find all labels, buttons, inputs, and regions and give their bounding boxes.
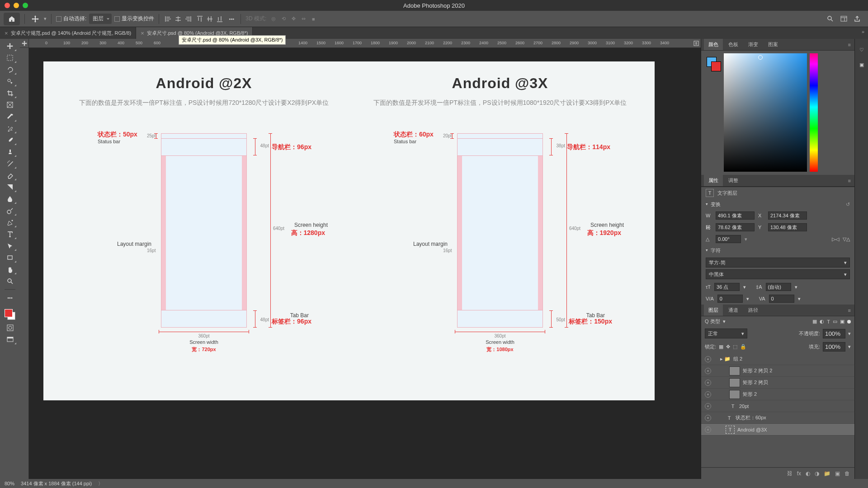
close-tab-icon[interactable]: × [5, 30, 8, 37]
link-layers-icon[interactable]: ⛓ [787, 470, 793, 477]
vertical-ruler[interactable] [20, 48, 29, 479]
tab-properties[interactable]: 属性 [704, 175, 723, 186]
layer-row[interactable]: 矩形 2 拷贝 [701, 377, 854, 389]
share-icon[interactable] [853, 14, 862, 23]
fullscreen-window-icon[interactable] [23, 3, 28, 8]
more-align-icon[interactable]: ••• [227, 14, 236, 23]
visibility-toggle[interactable] [705, 427, 711, 433]
angle-input[interactable] [716, 235, 741, 243]
opacity-input[interactable] [823, 329, 845, 338]
visibility-toggle[interactable] [705, 403, 711, 409]
dodge-tool[interactable] [3, 205, 17, 216]
visibility-toggle[interactable] [705, 368, 711, 374]
fg-bg-swatch[interactable] [707, 57, 717, 67]
width-input[interactable] [716, 211, 755, 220]
show-transform-checkbox[interactable]: 显示变换控件 [114, 15, 154, 23]
pen-tool[interactable] [3, 217, 17, 228]
layer-row[interactable]: T20pt [701, 400, 854, 412]
lock-artboard-icon[interactable]: ⬚ [733, 344, 737, 350]
lasso-tool[interactable] [3, 64, 17, 75]
auto-select-target[interactable]: 图层 [89, 14, 112, 24]
tab-channels[interactable]: 通道 [724, 305, 743, 316]
search-icon[interactable] [826, 14, 835, 23]
hand-tool[interactable] [3, 264, 17, 275]
brush-tool[interactable] [3, 135, 17, 145]
font-weight-select[interactable]: 中黑体▾ [706, 269, 850, 279]
canvas[interactable]: Android @2X 下面的数值是开发环境一倍PT标注值，PS设计时候用720… [29, 48, 701, 479]
minimize-window-icon[interactable] [14, 3, 19, 8]
adjustment-layer-icon[interactable]: ◑ [815, 470, 819, 477]
panel-menu-icon[interactable]: ≡ [848, 308, 852, 313]
document-tab[interactable]: ×安卓尺寸规范.psd @ 140% (Android 尺寸规范, RGB/8) [0, 27, 136, 39]
canvas-props-icon[interactable] [692, 39, 701, 47]
blur-tool[interactable] [3, 193, 17, 204]
collapsed-panel-icon[interactable]: ▣ [859, 62, 864, 68]
height-input[interactable] [716, 223, 755, 231]
close-tab-icon[interactable]: × [141, 30, 144, 37]
zoom-level[interactable]: 80% [5, 481, 14, 486]
layer-row[interactable]: TAndroid @3X [701, 424, 854, 436]
filter-toggle[interactable] [847, 320, 851, 324]
filter-shape-icon[interactable]: ▭ [833, 319, 837, 324]
tab-paths[interactable]: 路径 [744, 305, 763, 316]
healing-tool[interactable] [3, 123, 17, 134]
tab-gradients[interactable]: 渐变 [744, 39, 763, 50]
edit-toolbar-icon[interactable]: ••• [3, 292, 17, 303]
collapsed-panel-icon[interactable]: ♡ [859, 47, 864, 53]
eraser-tool[interactable] [3, 170, 17, 181]
tab-adjustments[interactable]: 调整 [724, 175, 743, 186]
delete-layer-icon[interactable]: 🗑 [844, 470, 850, 477]
transform-section[interactable]: ▸变换↺ [701, 199, 854, 210]
tab-swatches[interactable]: 色板 [724, 39, 743, 50]
new-layer-icon[interactable]: ▣ [835, 470, 840, 477]
tab-layers[interactable]: 图层 [704, 305, 723, 316]
zoom-tool[interactable] [3, 276, 17, 286]
filter-pixel-icon[interactable]: ▦ [812, 319, 817, 324]
align-top-icon[interactable] [195, 14, 204, 23]
kerning-input[interactable] [717, 295, 743, 303]
tracking-input[interactable] [769, 295, 794, 303]
lock-all-icon[interactable]: 🔒 [740, 344, 746, 350]
lock-position-icon[interactable]: ✥ [726, 344, 730, 350]
panel-menu-icon[interactable]: ≡ [848, 178, 852, 183]
color-field[interactable] [724, 53, 807, 172]
type-tool[interactable] [3, 229, 17, 239]
reset-icon[interactable]: ↺ [846, 202, 850, 207]
font-family-select[interactable]: 苹方-简▾ [706, 258, 850, 267]
layer-row[interactable]: 矩形 2 拷贝 2 [701, 365, 854, 377]
quick-select-tool[interactable] [3, 76, 17, 87]
new-group-icon[interactable]: 📁 [824, 470, 830, 477]
quick-mask-icon[interactable] [3, 322, 17, 333]
ruler-origin[interactable] [20, 39, 29, 47]
align-bottom-icon[interactable] [215, 14, 224, 23]
home-button[interactable] [4, 13, 20, 25]
leading-input[interactable] [766, 283, 791, 291]
frame-tool[interactable] [3, 99, 17, 110]
screen-mode-icon[interactable] [3, 334, 17, 345]
layer-row[interactable]: ▸ 📁组 2 [701, 353, 854, 365]
align-left-icon[interactable] [164, 14, 173, 23]
auto-select-checkbox[interactable]: 自动选择: [56, 15, 86, 23]
eyedropper-tool[interactable] [3, 111, 17, 122]
visibility-toggle[interactable] [705, 391, 711, 398]
filter-type-select[interactable]: Q 类型 [705, 318, 720, 325]
layer-mask-icon[interactable]: ◐ [806, 470, 810, 477]
hue-slider[interactable] [810, 53, 818, 172]
visibility-toggle[interactable] [705, 356, 711, 362]
move-tool-indicator[interactable] [29, 13, 41, 25]
visibility-toggle[interactable] [705, 415, 711, 421]
close-window-icon[interactable] [5, 3, 10, 8]
workspace-icon[interactable] [839, 14, 848, 23]
path-select-tool[interactable] [3, 240, 17, 251]
align-right-icon[interactable] [184, 14, 193, 23]
tab-patterns[interactable]: 图案 [764, 39, 783, 50]
horizontal-ruler[interactable]: 0 100 200 300 400 500 600 1400 1500 1600… [29, 39, 692, 47]
tab-overflow-icon[interactable]: » [858, 27, 868, 39]
y-input[interactable] [768, 223, 807, 231]
rectangle-tool[interactable] [3, 252, 17, 263]
layer-fx-icon[interactable]: fx [797, 470, 801, 477]
color-swatch[interactable] [3, 308, 17, 321]
visibility-toggle[interactable] [705, 380, 711, 386]
panel-menu-icon[interactable]: ≡ [848, 42, 852, 47]
flip-h-icon[interactable]: ▷◁ [832, 236, 839, 242]
